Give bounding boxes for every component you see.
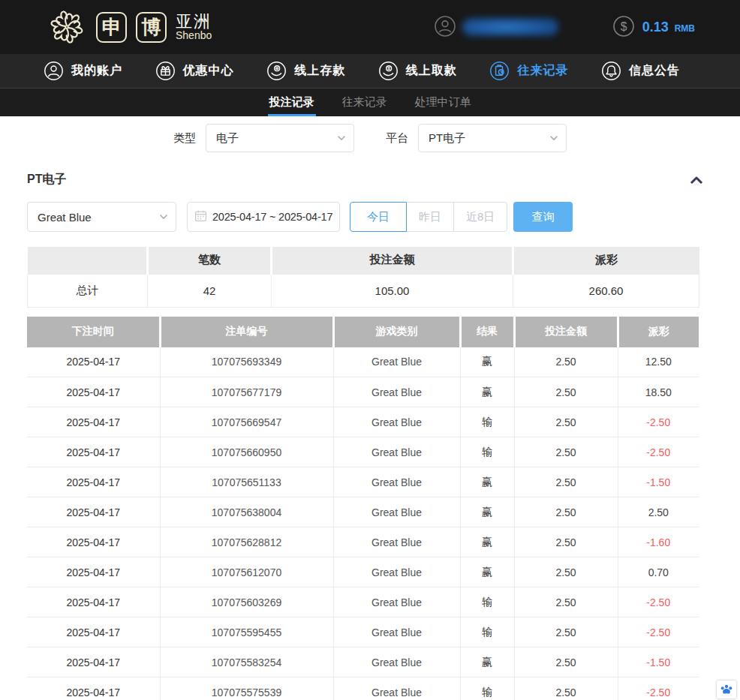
nav-item-records[interactable]: 往来记录 [489,61,568,81]
cell-payout: -2.50 [618,437,699,467]
section-title: PT电子 [27,172,66,188]
range-button-2[interactable]: 近8日 [453,202,507,232]
bell-icon [601,61,621,81]
cell-result: 输 [460,677,514,700]
cell-game-type: Great Blue [333,497,460,527]
cell-game-type: Great Blue [333,467,460,497]
cell-bet-amount: 2.50 [514,377,618,407]
sub-nav: 投注记录往来记录处理中订单 [0,88,740,116]
cell-result: 赢 [460,647,514,677]
range-button-1[interactable]: 昨日 [406,202,454,232]
nav-item-label: 优惠中心 [183,63,234,79]
cell-bet-time: 2025-04-17 [27,677,160,700]
chevron-down-icon [549,134,558,143]
cell-bet-time: 2025-04-17 [27,527,160,557]
nav-item-withdraw[interactable]: 线上取款 [378,61,457,81]
withdraw-icon [378,61,399,81]
logo-region-text: 亚洲 [176,13,212,30]
filter-row: 类型 电子 平台 PT电子 [0,124,740,152]
chevron-up-icon [689,175,704,185]
cell-payout: -2.50 [618,677,699,700]
type-select-value: 电子 [216,131,239,146]
cell-game-type: Great Blue [333,437,460,467]
game-select-value: Great Blue [38,211,92,224]
cell-bet-time: 2025-04-17 [27,347,160,377]
user-icon [44,61,64,81]
cell-bet-amount: 2.50 [514,647,618,677]
nav-item-user[interactable]: 我的账户 [44,61,122,81]
nav-item-deposit[interactable]: 线上存款 [266,61,345,81]
chevron-down-icon [159,212,168,221]
platform-select[interactable]: PT电子 [418,124,567,152]
platform-filter-label: 平台 [386,131,408,146]
cell-game-type: Great Blue [333,617,460,647]
balance-amount: 0.13 [642,20,669,35]
cell-game-type: Great Blue [333,377,460,407]
cell-bet-amount: 2.50 [514,437,618,467]
nav-item-label: 我的账户 [71,63,122,79]
game-select[interactable]: Great Blue [27,202,176,232]
nav-item-gift[interactable]: 优惠中心 [155,61,234,81]
table-row: 2025-04-17107075651133Great Blue赢2.50-1.… [27,467,699,497]
date-range-value: 2025-04-17 ~ 2025-04-17 [212,211,332,223]
range-button-group: 今日昨日近8日 [350,202,507,232]
cell-order-id: 107075693349 [160,347,333,377]
records-column-header: 游戏类别 [333,317,460,347]
cell-bet-amount: 2.50 [514,467,618,497]
cell-bet-amount: 2.50 [514,497,618,527]
cell-bet-time: 2025-04-17 [27,557,160,587]
type-select[interactable]: 电子 [206,124,354,152]
records-column-header: 结果 [460,317,514,347]
records-column-header: 投注金额 [514,317,618,347]
cell-payout: -1.60 [618,527,699,557]
bet-records-table: 下注时间注单编号游戏类别结果投注金额派彩 2025-04-17107075693… [27,317,699,700]
site-logo[interactable]: 申 博 亚洲 Shenbo [44,5,212,49]
platform-select-value: PT电子 [429,131,465,146]
gift-icon [155,61,176,81]
cell-bet-time: 2025-04-17 [27,437,160,467]
query-controls: Great Blue 2025-04-17 ~ 2025-04-17 今日昨日近… [27,202,713,232]
user-account-chip[interactable] [434,15,558,40]
username-redacted [462,18,558,36]
nav-item-label: 信息公告 [629,63,680,79]
table-row: 2025-04-17107075595455Great Blue输2.50-2.… [27,617,699,647]
paw-icon [720,683,733,695]
cell-bet-amount: 2.50 [514,587,618,617]
summary-header-row: 笔数 投注金额 派彩 [28,247,699,274]
summary-payout-value: 260.60 [513,274,699,307]
browser-helper-button[interactable] [717,680,736,698]
nav-item-bell[interactable]: 信息公告 [601,61,680,81]
summary-table: 笔数 投注金额 派彩 总计 42 105.00 260.60 [27,247,699,308]
calendar-icon [194,209,207,224]
table-row: 2025-04-17107075583254Great Blue赢2.50-1.… [27,647,699,677]
cell-order-id: 107075603269 [160,587,333,617]
range-button-0[interactable]: 今日 [350,202,407,232]
logo-char-shen: 申 [96,12,127,43]
cell-bet-time: 2025-04-17 [27,497,160,527]
collapse-section-button[interactable] [680,173,713,187]
cell-result: 输 [460,617,514,647]
date-range-picker[interactable]: 2025-04-17 ~ 2025-04-17 [187,202,340,232]
cell-bet-amount: 2.50 [514,407,618,437]
cell-result: 输 [460,587,514,617]
records-column-header: 下注时间 [27,317,160,347]
cell-result: 赢 [460,527,514,557]
cell-payout: -2.50 [618,617,699,647]
cell-result: 赢 [460,347,514,377]
tab-2[interactable]: 处理中订单 [414,89,473,116]
cell-result: 赢 [460,467,514,497]
cell-order-id: 107075612070 [160,557,333,587]
cell-payout: 2.50 [618,497,699,527]
query-button[interactable]: 查询 [513,202,573,232]
records-column-header: 派彩 [618,317,699,347]
logo-char-bo: 博 [136,12,167,43]
tab-1[interactable]: 往来记录 [341,89,389,116]
cell-bet-time: 2025-04-17 [27,377,160,407]
table-row: 2025-04-17107075638004Great Blue赢2.502.5… [27,497,699,527]
tab-0[interactable]: 投注记录 [268,89,316,116]
cell-order-id: 107075583254 [160,647,333,677]
nav-item-label: 线上取款 [406,63,457,79]
flower-logo-icon [44,5,90,49]
cell-order-id: 107075660950 [160,437,333,467]
summary-total-row: 总计 42 105.00 260.60 [28,274,699,307]
